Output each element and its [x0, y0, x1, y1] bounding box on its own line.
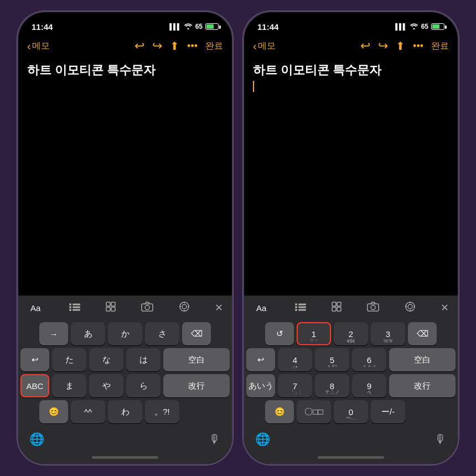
toolbar-grid-icon[interactable] [331, 301, 342, 315]
svg-point-20 [295, 306, 297, 308]
share-icon[interactable]: ⬆ [170, 39, 179, 53]
status-time: 11:44 [257, 22, 278, 32]
key-2-1[interactable]: ま [52, 374, 86, 397]
key-0-1[interactable]: あ [71, 322, 105, 345]
key-0-1[interactable]: 1☆→ [297, 322, 331, 345]
key-1-4[interactable]: 空白 [163, 348, 230, 371]
svg-point-4 [69, 309, 71, 311]
key-row-0: →あかさ⌫ [20, 322, 230, 345]
svg-rect-27 [337, 307, 341, 311]
key-2-0[interactable]: ABC [20, 374, 49, 397]
key-row-2: ABCまやら改行 [20, 374, 230, 397]
undo-icon[interactable]: ↩ [134, 39, 144, 53]
key-0-2[interactable]: か [108, 322, 142, 345]
key-label: 空白 [188, 355, 205, 365]
key-label: 😊 [275, 407, 285, 417]
content-area[interactable]: 하트 이모티콘 특수문자 [18, 58, 232, 296]
key-0-4[interactable]: ⌫ [182, 322, 211, 345]
key-3-3[interactable]: 。?! [145, 400, 179, 423]
key-0-0[interactable]: → [39, 322, 68, 345]
key-2-3[interactable]: ら [126, 374, 161, 397]
share-icon[interactable]: ⬆ [396, 39, 405, 53]
key-0-3[interactable]: さ [145, 322, 179, 345]
redo-icon[interactable]: ↪ [378, 39, 388, 53]
key-3-0[interactable]: 😊 [265, 400, 294, 423]
toolbar-aa[interactable]: Aa [253, 302, 270, 314]
svg-rect-23 [298, 309, 306, 311]
toolbar-list-icon[interactable] [69, 302, 80, 314]
key-1-1[interactable]: 4○• [278, 348, 312, 371]
back-button[interactable]: ‹ 메모 [27, 40, 50, 53]
toolbar-grid-icon[interactable] [105, 301, 116, 315]
back-label: 메모 [258, 40, 276, 52]
key-row-1: ↩4○•5＋×÷6＜＝＞空白 [246, 348, 456, 371]
key-3-3[interactable]: ー/- [371, 400, 405, 423]
keyboard-area: →あかさ⌫↩たなは空白ABCまやら改行😊^^わ。?! [18, 320, 232, 426]
key-label: 2 [349, 329, 353, 339]
key-2-4[interactable]: 改行 [163, 374, 230, 397]
redo-icon[interactable]: ↪ [152, 39, 162, 53]
key-1-3[interactable]: 6＜＝＞ [352, 348, 386, 371]
key-1-3[interactable]: は [126, 348, 161, 371]
key-1-0[interactable]: ↩ [246, 348, 275, 371]
key-2-2[interactable]: や [89, 374, 123, 397]
key-3-1[interactable]: ^^ [71, 400, 105, 423]
key-3-0[interactable]: 😊 [39, 400, 68, 423]
key-2-4[interactable]: 改行 [389, 374, 456, 397]
note-title: 하트 이모티콘 특수문자 [253, 62, 449, 79]
key-label: あいう [249, 381, 273, 391]
key-row-1: ↩たなは空白 [20, 348, 230, 371]
key-1-2[interactable]: 5＋×÷ [315, 348, 349, 371]
toolbar-close-icon[interactable]: ✕ [215, 302, 223, 314]
key-label: ABC [27, 381, 44, 391]
back-button[interactable]: ‹ 메모 [253, 40, 276, 53]
key-label: 。?! [154, 407, 170, 417]
globe-icon[interactable]: 🌐 [29, 432, 44, 447]
key-label: 😊 [49, 407, 59, 417]
nav-actions: ↩ ↪ ⬆ ••• 완료 [360, 39, 449, 53]
key-2-2[interactable]: 8テ△ノ [315, 374, 349, 397]
toolbar-aa[interactable]: Aa [27, 302, 44, 314]
key-label: は [139, 355, 148, 365]
key-label: 空白 [414, 355, 431, 365]
svg-rect-7 [111, 302, 115, 306]
mic-icon[interactable]: 🎙 [209, 432, 221, 447]
key-2-0[interactable]: あいう [246, 374, 275, 397]
mic-icon[interactable]: 🎙 [434, 432, 447, 447]
svg-point-18 [295, 303, 297, 306]
key-3-2[interactable]: わ [108, 400, 142, 423]
key-3-2[interactable]: 0〜… [334, 400, 368, 423]
status-bar: 11:44 ▌▌▌ 65 [244, 12, 458, 37]
svg-rect-6 [106, 302, 110, 306]
key-0-0[interactable]: ↺ [265, 322, 294, 345]
key-1-1[interactable]: た [52, 348, 86, 371]
key-label: ら [139, 381, 148, 391]
key-label: ↩ [257, 355, 265, 365]
key-sublabel: ＋×÷ [315, 363, 349, 370]
content-area[interactable]: 하트 이모티콘 특수문자 [244, 58, 458, 296]
key-2-3[interactable]: 9^\ [352, 374, 386, 397]
key-row-3: 😊〇□□0〜…ー/- [246, 400, 456, 423]
more-icon[interactable]: ••• [413, 40, 423, 52]
toolbar-target-icon[interactable] [179, 301, 190, 315]
key-0-3[interactable]: 3%"# [371, 322, 405, 345]
toolbar-close-icon[interactable]: ✕ [441, 302, 449, 314]
more-icon[interactable]: ••• [187, 40, 198, 52]
status-time: 11:44 [32, 22, 53, 32]
toolbar-list-icon[interactable] [295, 302, 306, 314]
key-3-1[interactable]: 〇□□ [297, 400, 331, 423]
toolbar-target-icon[interactable] [405, 301, 416, 315]
key-1-0[interactable]: ↩ [20, 348, 49, 371]
globe-icon[interactable]: 🌐 [255, 432, 270, 447]
key-2-1[interactable]: 7「」: [278, 374, 312, 397]
key-1-4[interactable]: 空白 [389, 348, 456, 371]
key-1-2[interactable]: な [89, 348, 123, 371]
done-button[interactable]: 완료 [431, 40, 449, 52]
keyboard-bottom-bar: 🌐 🎙 [244, 426, 458, 451]
key-0-4[interactable]: ⌫ [408, 322, 437, 345]
done-button[interactable]: 완료 [205, 40, 223, 52]
toolbar-camera-icon[interactable] [141, 302, 153, 314]
undo-icon[interactable]: ↩ [360, 39, 370, 53]
key-0-2[interactable]: 2¥$€ [334, 322, 368, 345]
toolbar-camera-icon[interactable] [367, 302, 379, 314]
